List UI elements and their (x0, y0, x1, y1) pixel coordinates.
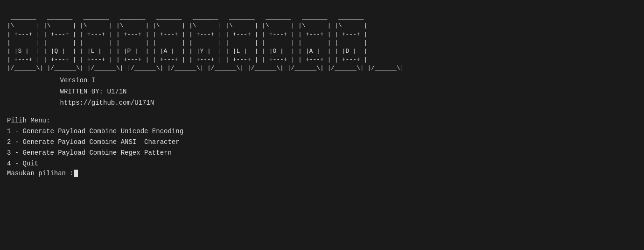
github-line: https://github.com/U171N (7, 99, 637, 107)
menu-item-2: 2 - Generate Payload Combine ANSI Charac… (7, 137, 637, 147)
menu-section: Pilih Menu: 1 - Generate Payload Combine… (7, 116, 637, 177)
menu-item-4: 4 - Quit (7, 159, 637, 169)
author-line: WRITTEN BY: U171N (7, 88, 637, 95)
terminal-window: _______ _______ _______ _______ _______ … (7, 5, 637, 177)
input-line[interactable]: Masukan pilihan : (7, 170, 637, 177)
info-section: Version I WRITTEN BY: U171N https://gith… (7, 77, 637, 107)
cursor-block (74, 170, 78, 177)
menu-title: Pilih Menu: (7, 116, 637, 126)
input-prompt: Masukan pilihan : (7, 170, 74, 177)
menu-item-3: 3 - Generate Payload Combine Regex Patte… (7, 148, 637, 158)
version-line: Version I (7, 77, 637, 84)
ascii-banner: _______ _______ _______ _______ _______ … (7, 5, 637, 73)
menu-item-1: 1 - Generate Payload Combine Unicode Enc… (7, 127, 637, 136)
